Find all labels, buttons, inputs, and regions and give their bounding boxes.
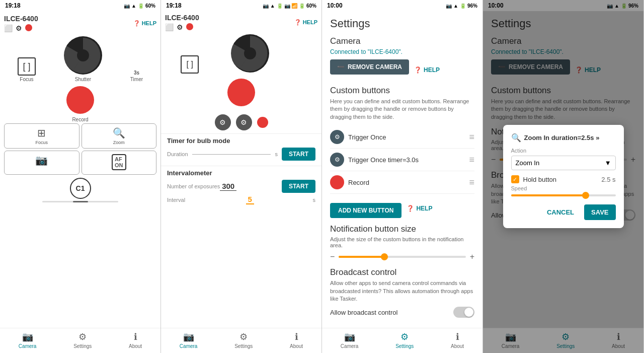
help-button-1[interactable]: ❓ HELP <box>133 20 156 27</box>
notif-slider-3[interactable] <box>339 256 465 258</box>
intervalometer-start-button[interactable]: START <box>282 180 315 193</box>
dialog-overlay[interactable]: 🔍 Zoom In duration=2.5s » Action Zoom In… <box>483 0 643 353</box>
bottom-nav-1: 📷 Camera ⚙ Settings ℹ About <box>0 328 160 353</box>
toggle-label-3: Allow broadcast control <box>330 309 397 316</box>
nav-camera-2[interactable]: 📷 Camera <box>180 331 198 349</box>
help-button-2[interactable]: ❓ HELP <box>294 19 317 26</box>
record-button-2[interactable] <box>227 79 255 106</box>
battery-icon-2: 🔋 <box>277 3 283 9</box>
remove-camera-button-3[interactable]: ➖ REMOVE CAMERA <box>330 59 409 75</box>
nav-about-3[interactable]: ℹ About <box>451 331 464 349</box>
nav-camera-3[interactable]: 📷 Camera <box>341 331 359 349</box>
timer-bulb-section: Timer for bulb mode Duration s START <box>161 133 321 166</box>
help-icon-3: ❓ <box>414 66 422 74</box>
action-grid-1: ⊞ Focus 🔍 Zoom 📷 AFON <box>4 122 156 176</box>
nav-settings-2[interactable]: ⚙ Settings <box>234 331 253 349</box>
shutter-item-1[interactable]: Shutter <box>63 35 103 82</box>
camera-section-title-3: Camera <box>330 36 474 46</box>
help-link-3[interactable]: ❓ HELP <box>414 66 440 74</box>
status-bar-2: 19:18 📷 ▲ 🔋 📷 📶 🔋 60% <box>161 0 321 11</box>
status-icons-1: 📷 ▲ 🔋 60% <box>124 3 155 9</box>
record-dot-small <box>25 24 32 31</box>
p2-icon-1[interactable]: ⚙ <box>215 114 231 130</box>
svg-point-1 <box>77 49 89 61</box>
battery-3: 🔋 <box>460 3 466 9</box>
broadcast-toggle-3[interactable] <box>453 307 474 318</box>
shutter-svg-1 <box>63 35 103 76</box>
focus-action-1[interactable]: ⊞ Focus <box>4 123 79 149</box>
timer-bulb-title: Timer for bulb mode <box>167 137 315 145</box>
custom-btn-record-3: Record ≡ <box>330 171 474 194</box>
wifi-icon: ▲ <box>131 3 136 9</box>
record-item-2[interactable] <box>227 77 255 109</box>
broadcast-title-3: Broadcast control <box>330 267 474 277</box>
hold-label: Hold button <box>523 176 557 183</box>
custom-help-link-3[interactable]: ❓ HELP <box>407 205 432 212</box>
zoom-out-action-1[interactable]: AFON <box>82 151 157 175</box>
drag-icon-3-0[interactable]: ≡ <box>469 132 474 143</box>
speed-label: Speed <box>511 185 616 191</box>
exposures-value[interactable]: 300 <box>220 182 236 191</box>
settings-nav-icon-1: ⚙ <box>78 331 87 342</box>
bottom-nav-3: 📷 Camera ⚙ Settings ℹ About <box>322 328 482 353</box>
zoom-in-icon-dialog: 🔍 <box>511 133 521 143</box>
about-nav-icon-3: ℹ <box>456 331 459 342</box>
p2-icon-2[interactable]: ⚙ <box>236 114 252 130</box>
cancel-button[interactable]: CANCEL <box>541 204 580 220</box>
focus-item-2[interactable]: [ ] <box>181 55 199 75</box>
battery-2: 📷 📶 🔋 60% <box>284 3 316 9</box>
save-button[interactable]: SAVE <box>584 204 615 220</box>
duration-input[interactable] <box>192 154 271 155</box>
status-bar-3: 10:00 📷 ▲ 🔋 96% <box>322 0 482 11</box>
camera-nav-icon-3: 📷 <box>344 331 355 342</box>
nav-about-1[interactable]: ℹ About <box>129 331 142 349</box>
slider-minus-3[interactable]: − <box>330 252 335 261</box>
c1-container: C1 <box>70 178 91 199</box>
nav-about-2[interactable]: ℹ About <box>290 331 303 349</box>
about-nav-icon-2: ℹ <box>295 331 298 342</box>
shutter-icon-1 <box>63 35 103 76</box>
camera-action-1[interactable]: 📷 <box>4 151 79 175</box>
nav-settings-3[interactable]: ⚙ Settings <box>395 331 414 349</box>
notif-slider-row-3: − + <box>330 252 474 261</box>
timer-item-1[interactable]: 3s Timer <box>130 70 143 82</box>
p2-record-dot[interactable] <box>257 117 268 128</box>
intervalometer-title: Intervalometer <box>167 169 315 177</box>
add-new-button-3[interactable]: ADD NEW BUTTON <box>330 203 401 218</box>
settings-content-3: Settings Camera Connected to "ILCE-6400"… <box>322 11 482 328</box>
hold-button-row: ✓ Hold button 2.5 s <box>511 175 616 183</box>
duration-label: Duration <box>167 151 188 157</box>
focus-icon-small: ⬜ <box>4 24 13 32</box>
zoom-action-1[interactable]: 🔍 Zoom <box>82 123 157 149</box>
shutter-item-2[interactable] <box>230 33 270 75</box>
p2-bottom-icons: ⚙ ⚙ <box>161 111 321 133</box>
record-dot-small-2 <box>186 23 193 30</box>
bottom-nav-2: 📷 Camera ⚙ Settings ℹ About <box>161 328 321 353</box>
drag-icon-3-1[interactable]: ≡ <box>469 155 474 165</box>
wifi-icon-2: ▲ <box>270 3 275 9</box>
hold-value: 2.5 s <box>601 176 615 183</box>
wifi-3: ▲ <box>453 3 458 9</box>
slider-plus-3[interactable]: + <box>470 252 474 261</box>
settings-nav-icon-2: ⚙ <box>239 331 248 342</box>
camera-actions-row-3: ➖ REMOVE CAMERA ❓ HELP <box>330 59 474 81</box>
drag-icon-3-2[interactable]: ≡ <box>469 177 474 188</box>
about-nav-icon-1: ℹ <box>134 331 137 342</box>
nav-settings-1[interactable]: ⚙ Settings <box>73 331 92 349</box>
speed-slider[interactable] <box>511 194 616 196</box>
aperture-icon-small: ⚙ <box>16 24 22 32</box>
nav-camera-1[interactable]: 📷 Camera <box>19 331 37 349</box>
record-button-1[interactable] <box>66 86 94 114</box>
hold-checkbox[interactable]: ✓ <box>511 175 519 183</box>
action-select[interactable]: Zoom In ▼ <box>511 156 616 170</box>
focus-bracket-icon-1: [ ] <box>18 57 36 76</box>
c1-button[interactable]: C1 <box>70 178 91 199</box>
svg-point-3 <box>244 47 256 59</box>
timer-start-button[interactable]: START <box>282 148 315 161</box>
exposures-row: Number of exposures 300 START <box>167 180 315 193</box>
camera-model-title-1: ILCE-6400 ⬜ ⚙ <box>4 14 38 32</box>
interval-value[interactable]: 5 <box>246 195 254 204</box>
camera-icon-3: 📷 <box>446 3 452 9</box>
focus-item-1[interactable]: [ ] Focus <box>18 57 36 82</box>
record-item-1[interactable]: Record <box>66 84 94 122</box>
